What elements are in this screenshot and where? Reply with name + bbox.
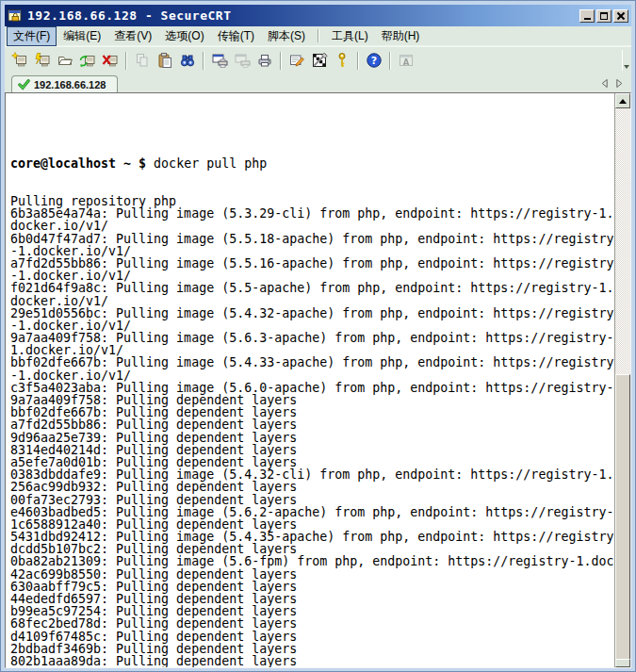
terminal-line: 29e51d0556bc: Pulling image (5.4.32-apac… <box>10 307 614 320</box>
session-options-button[interactable] <box>285 50 308 72</box>
tab-scroll-left-icon[interactable] <box>600 78 609 89</box>
scrollbar-thumb[interactable] <box>615 374 630 662</box>
terminal-line: a7fd2d55bb86: Pulling dependent layers <box>10 418 614 431</box>
toolbar-separator <box>389 52 391 70</box>
print-button[interactable] <box>253 50 276 72</box>
shell-prompt: core@localhost ~ $ <box>10 156 146 171</box>
toolbar-separator <box>125 52 127 70</box>
menu-item[interactable]: 帮助(H) <box>375 26 427 46</box>
session-options-icon <box>288 52 305 69</box>
menu-item[interactable]: 编辑(E) <box>57 26 107 46</box>
paste-icon <box>156 52 173 69</box>
new-session-icon <box>11 52 28 69</box>
tab-session[interactable]: 192.168.66.128 <box>11 75 118 92</box>
menu-item[interactable]: 脚本(S) <box>261 26 312 46</box>
terminal-line: 0ba82ab21309: Pulling image (5.6-fpm) fr… <box>10 555 614 567</box>
title-bar[interactable]: 192.168.66.128 - SecureCRT <box>5 5 631 26</box>
terminal-line: 802b1aaa89da: Pulling dependent layers <box>10 655 614 667</box>
tab-scroll-right-icon[interactable] <box>615 78 624 89</box>
terminal-lines: Pulling repository php6b3a85e4a74a: Pull… <box>10 195 614 667</box>
terminal-line: -1.docker.io/v1/ <box>10 245 614 257</box>
copy-icon <box>134 52 151 69</box>
find-button[interactable] <box>176 50 199 72</box>
help-icon: ? <box>366 52 383 69</box>
terminal-line: 68fec2bed78d: Pulling dependent layers <box>10 617 614 630</box>
connected-check-icon <box>18 78 30 90</box>
print-screen-button[interactable] <box>208 50 231 72</box>
reconnect-button[interactable] <box>76 50 99 72</box>
window-title: 192.168.66.128 - SecureCRT <box>27 8 232 23</box>
terminal-prompt-line: core@localhost ~ $docker pull php <box>10 157 614 170</box>
scroll-down-button[interactable] <box>615 659 630 667</box>
menu-item[interactable]: 查看(V) <box>107 26 158 46</box>
minimize-button[interactable] <box>579 9 595 23</box>
toolbar-overflow-chevron[interactable] <box>622 50 630 71</box>
paste-button[interactable] <box>154 50 176 72</box>
securecrt-app-icon <box>8 8 23 24</box>
typed-command: docker pull php <box>154 156 267 171</box>
minimize-icon <box>584 18 591 20</box>
toolbar-separator <box>280 52 282 70</box>
scroll-up-button[interactable] <box>615 93 630 108</box>
menu-bar: 文件(F)编辑(E)查看(V)选项(O)传输(T)脚本(S)工具(L)帮助(H) <box>5 26 631 46</box>
scroll-up-arrow-icon <box>619 99 627 104</box>
copy-button[interactable] <box>131 50 154 72</box>
svg-text:?: ? <box>371 55 377 67</box>
print-selection-button[interactable] <box>231 50 253 72</box>
terminal-output: core@localhost ~ $docker pull php Pullin… <box>6 93 614 667</box>
toolbar-separator <box>357 52 359 70</box>
terminal-line: 00fa73ec2793: Pulling dependent layers <box>10 494 614 506</box>
terminal-line: -1.docker.io/v1/ <box>10 369 614 382</box>
find-icon <box>179 52 196 69</box>
print-icon <box>256 52 273 69</box>
menu-item[interactable]: 选项(O) <box>158 26 210 46</box>
terminal-line: 9d96aa25e739: Pulling dependent layers <box>10 432 614 444</box>
window-a-icon: A <box>398 52 415 69</box>
terminal-line: docker.io/v1/ <box>10 220 614 232</box>
terminal-line: 256ac99db932: Pulling dependent layers <box>10 481 614 493</box>
tab-bar: 192.168.66.128 <box>5 74 631 92</box>
global-options-button[interactable] <box>308 50 331 72</box>
keymap-editor-button[interactable] <box>331 50 353 72</box>
print-selection-icon <box>234 52 251 69</box>
key-icon <box>334 52 351 69</box>
menu-item[interactable]: 工具(L) <box>325 26 375 46</box>
terminal-line: 2bdbadf3469b: Pulling dependent layers <box>10 643 614 655</box>
disconnect-button[interactable] <box>99 50 122 72</box>
terminal-line: e4603badbed5: Pulling image (5.6.2-apach… <box>10 506 614 518</box>
terminal-line: 6b0d47f47ad7: Pulling image (5.5.18-apac… <box>10 233 614 245</box>
new-session-button[interactable] <box>8 50 31 72</box>
terminal-line: f021d64f9a8c: Pulling image (5.5-apache)… <box>10 282 614 294</box>
terminal-line: d4109f67485c: Pulling dependent layers <box>10 631 614 643</box>
disconnect-icon <box>102 52 119 69</box>
terminal-area[interactable]: core@localhost ~ $docker pull php Pullin… <box>5 92 631 668</box>
securecrt-window: 192.168.66.128 - SecureCRT 文件(F)编辑(E)查看(… <box>0 0 636 672</box>
svg-text:A: A <box>403 57 410 67</box>
terminal-line: 8314ed40214d: Pulling dependent layers <box>10 444 614 456</box>
terminal-line: docker.io/v1/ <box>10 295 614 307</box>
maximize-icon <box>600 12 608 20</box>
menu-item[interactable]: 文件(F) <box>7 26 57 46</box>
menu-separator <box>318 29 319 42</box>
toolbar: ? A <box>5 46 631 74</box>
close-icon <box>616 11 626 21</box>
terminal-line: 42ac699b8550: Pulling dependent layers <box>10 568 614 581</box>
reconnect-icon <box>79 52 96 69</box>
tab-label: 192.168.66.128 <box>34 79 106 90</box>
connect-button[interactable] <box>31 50 54 72</box>
print-screen-icon <box>211 52 228 69</box>
menu-item[interactable]: 传输(T) <box>211 26 261 46</box>
terminal-scrollbar[interactable] <box>614 93 630 667</box>
connect-icon <box>34 52 51 69</box>
toolbar-separator <box>203 52 204 70</box>
connect-in-tab-icon <box>57 52 73 69</box>
connect-in-tab-button[interactable] <box>54 50 76 72</box>
close-button[interactable] <box>613 9 628 23</box>
maximize-button[interactable] <box>596 9 612 23</box>
help-button[interactable]: ? <box>363 50 385 72</box>
terminal-line: bbf02dfe667b: Pulling image (5.4.33-apac… <box>10 356 614 369</box>
window-font-button[interactable]: A <box>395 50 417 72</box>
global-options-icon <box>311 52 328 69</box>
